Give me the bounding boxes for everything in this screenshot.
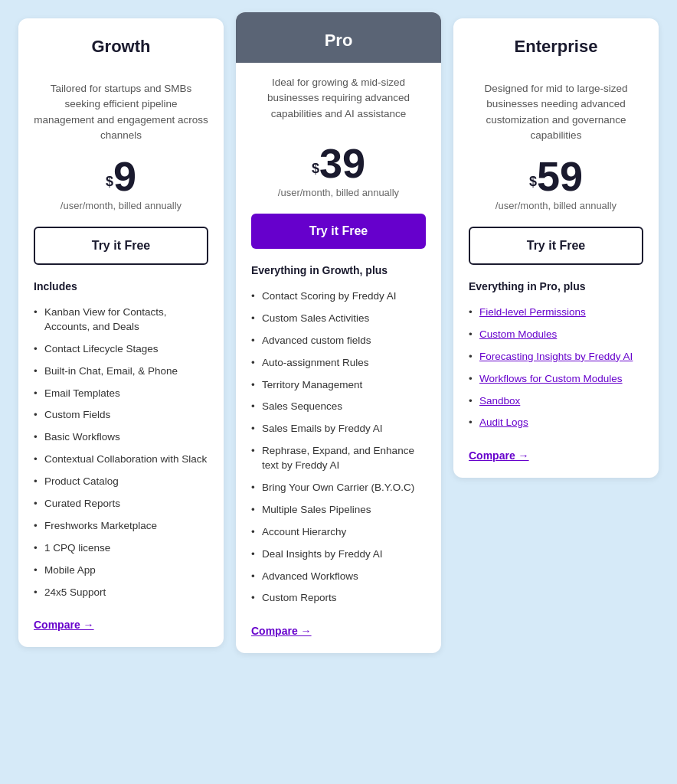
feature-item: 24x5 Support — [34, 582, 208, 604]
cta-button-growth[interactable]: Try it Free — [34, 227, 208, 265]
price-container-pro: $39 — [251, 142, 426, 184]
plan-body-pro: Ideal for growing & mid-sized businesses… — [236, 63, 441, 653]
plan-header-pro: Pro — [236, 12, 441, 63]
feature-item: Sales Emails by Freddy AI — [251, 418, 426, 440]
plan-card-growth: Growth Tailored for startups and SMBs se… — [18, 18, 224, 647]
feature-item: 1 CPQ license — [34, 537, 208, 560]
feature-item: Built-in Chat, Email, & Phone — [34, 361, 208, 383]
cta-button-enterprise[interactable]: Try it Free — [469, 227, 643, 265]
compare-link-pro[interactable]: Compare → — [251, 625, 312, 637]
feature-item: Custom Sales Activities — [251, 308, 426, 330]
plan-header-growth: Growth — [18, 18, 224, 69]
feature-item: Basic Workflows — [34, 426, 208, 449]
plan-description-enterprise: Designed for mid to large-sized business… — [469, 81, 643, 143]
feature-item: Sales Sequences — [251, 396, 426, 418]
feature-item: Field-level Permissions — [469, 302, 643, 324]
price-amount-growth: 9 — [113, 153, 136, 199]
section-label-growth: Includes — [34, 280, 208, 292]
price-container-enterprise: $59 — [469, 155, 643, 197]
plan-title-enterprise: Enterprise — [469, 37, 643, 57]
price-amount-pro: 39 — [319, 140, 365, 186]
price-dollar-pro: $ — [312, 161, 319, 176]
compare-link-enterprise[interactable]: Compare → — [469, 449, 529, 462]
section-label-enterprise: Everything in Pro, plus — [469, 280, 643, 292]
feature-item: Product Catalog — [34, 471, 208, 493]
feature-item: Rephrase, Expand, and Enhance text by Fr… — [251, 440, 426, 477]
section-label-pro: Everything in Growth, plus — [251, 264, 426, 276]
price-billing-growth: /user/month, billed annually — [34, 200, 208, 211]
feature-item: Kanban View for Contacts, Accounts, and … — [34, 302, 208, 338]
feature-item: Custom Fields — [34, 404, 208, 426]
feature-item: Custom Reports — [251, 587, 426, 609]
price-billing-pro: /user/month, billed annually — [251, 187, 426, 198]
feature-item: Territory Management — [251, 374, 426, 397]
feature-item: Workflows for Custom Modules — [469, 368, 643, 390]
price-billing-enterprise: /user/month, billed annually — [469, 200, 643, 211]
feature-item: Contact Scoring by Freddy AI — [251, 286, 426, 308]
feature-list-growth: Kanban View for Contacts, Accounts, and … — [34, 302, 208, 603]
plan-body-enterprise: Designed for mid to large-sized business… — [453, 69, 659, 478]
feature-item: Deal Insights by Freddy AI — [251, 544, 426, 566]
price-amount-enterprise: 59 — [537, 153, 583, 199]
price-dollar-growth: $ — [106, 174, 113, 189]
plan-card-enterprise: Enterprise Designed for mid to large-siz… — [453, 18, 659, 478]
plan-title-growth: Growth — [34, 37, 208, 57]
feature-item: Bring Your Own Carrier (B.Y.O.C) — [251, 477, 426, 499]
feature-list-enterprise: Field-level PermissionsCustom ModulesFor… — [469, 302, 643, 434]
feature-item: Multiple Sales Pipelines — [251, 499, 426, 521]
plan-title-pro: Pro — [251, 31, 426, 51]
feature-item: Advanced Workflows — [251, 566, 426, 588]
plan-description-growth: Tailored for startups and SMBs seeking e… — [34, 81, 208, 143]
plan-body-growth: Tailored for startups and SMBs seeking e… — [18, 69, 224, 647]
feature-item: Contextual Collaboration with Slack — [34, 449, 208, 471]
plan-card-pro: Pro Ideal for growing & mid-sized busine… — [236, 12, 441, 653]
feature-item: Advanced custom fields — [251, 330, 426, 352]
feature-item: Custom Modules — [469, 324, 643, 346]
feature-item: Audit Logs — [469, 412, 643, 434]
plan-header-enterprise: Enterprise — [453, 18, 659, 69]
feature-item: Curated Reports — [34, 493, 208, 515]
compare-link-growth[interactable]: Compare → — [34, 619, 94, 631]
price-container-growth: $9 — [34, 155, 208, 197]
cta-button-pro[interactable]: Try it Free — [251, 214, 426, 249]
feature-item: Mobile App — [34, 560, 208, 582]
price-dollar-enterprise: $ — [529, 174, 537, 189]
feature-item: Sandbox — [469, 390, 643, 413]
feature-item: Auto-assignment Rules — [251, 352, 426, 374]
feature-item: Account Hierarchy — [251, 521, 426, 544]
pricing-grid: Growth Tailored for startups and SMBs se… — [12, 12, 665, 659]
feature-item: Contact Lifecycle Stages — [34, 338, 208, 361]
feature-list-pro: Contact Scoring by Freddy AICustom Sales… — [251, 286, 426, 609]
feature-item: Email Templates — [34, 383, 208, 405]
feature-item: Freshworks Marketplace — [34, 515, 208, 537]
plan-description-pro: Ideal for growing & mid-sized businesses… — [251, 75, 426, 130]
feature-item: Forecasting Insights by Freddy AI — [469, 346, 643, 368]
